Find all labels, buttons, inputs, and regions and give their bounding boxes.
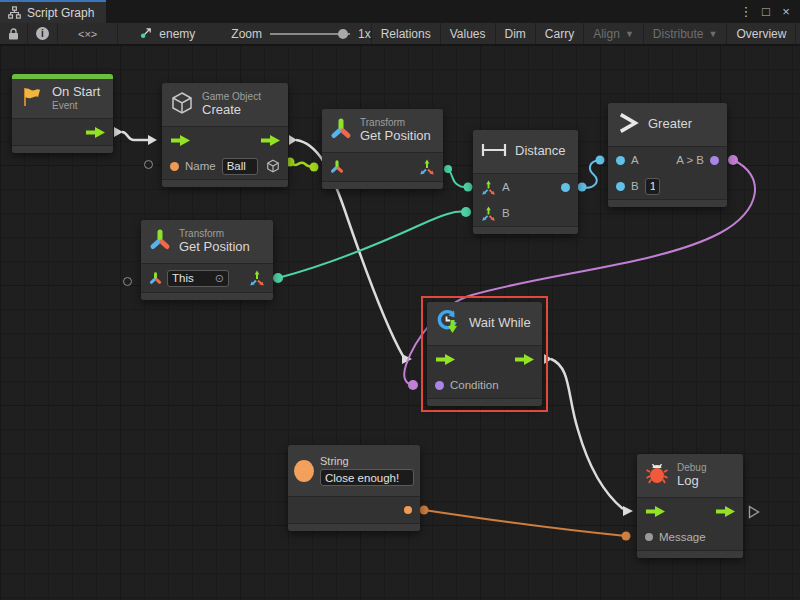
port-label-condition: Condition	[450, 379, 499, 391]
transform-in-port[interactable]	[330, 160, 344, 174]
code-view-toggle[interactable]: <×>	[58, 23, 118, 44]
node-title: Greater	[648, 117, 692, 132]
transform-icon	[330, 118, 352, 144]
unconnected-port-indicator	[123, 277, 132, 286]
close-icon[interactable]: ×	[778, 4, 794, 19]
position-out-port[interactable]	[419, 159, 435, 175]
overview-button[interactable]: Overview	[727, 23, 796, 44]
flow-out-port[interactable]	[260, 135, 280, 146]
distance-out-port[interactable]	[561, 183, 570, 192]
wire-distance-to-greater[interactable]	[578, 156, 605, 192]
node-title: On Start	[52, 85, 100, 100]
flow-out-port[interactable]	[85, 127, 105, 138]
wait-while-icon	[435, 309, 461, 339]
object-picker-icon[interactable]: ⊙	[215, 272, 224, 285]
chevron-down-icon: ▼	[625, 29, 634, 39]
zoom-value: 1x	[358, 27, 371, 41]
flow-in-port[interactable]	[435, 354, 455, 365]
dim-button[interactable]: Dim	[496, 23, 536, 44]
script-graph-asset-icon	[140, 26, 153, 42]
wire-getposition-to-distance-a[interactable]	[444, 165, 473, 192]
node-subtitle: Event	[52, 100, 100, 112]
wire-string-to-message[interactable]	[420, 506, 631, 541]
greater-b-in-port[interactable]	[616, 182, 625, 191]
wire-onstart-to-create[interactable]	[114, 127, 157, 145]
distribute-button: Distribute▼	[644, 23, 728, 44]
chevron-down-icon: ▼	[709, 29, 718, 39]
node-title: Create	[202, 103, 261, 118]
string-icon	[294, 460, 314, 482]
node-debug-log[interactable]: Debug Log Message	[637, 454, 743, 558]
unconnected-port-indicator	[144, 160, 153, 169]
lock-icon	[8, 28, 19, 40]
bug-icon	[645, 462, 669, 490]
node-string[interactable]: String	[288, 445, 420, 531]
string-input[interactable]	[320, 469, 414, 486]
values-button[interactable]: Values	[441, 23, 496, 44]
target-input[interactable]: This ⊙	[167, 270, 229, 287]
port-label-a: A	[502, 181, 510, 193]
node-title: Get Position	[179, 240, 250, 255]
align-button: Align▼	[584, 23, 644, 44]
script-graph-tab-icon	[8, 6, 21, 19]
string-out-port[interactable]	[404, 506, 412, 514]
position-out-port[interactable]	[249, 270, 265, 286]
wire-create-to-getposition[interactable]	[286, 158, 319, 172]
tab-script-graph[interactable]: Script Graph	[0, 0, 106, 23]
zoom-label: Zoom	[231, 27, 262, 41]
condition-in-port[interactable]	[435, 381, 444, 390]
vector3-port-icon	[481, 206, 496, 221]
distance-a-in-port[interactable]: A	[481, 180, 510, 195]
tab-title: Script Graph	[27, 6, 94, 20]
carry-button[interactable]: Carry	[536, 23, 584, 44]
name-input[interactable]	[222, 158, 258, 175]
window-menu-icon[interactable]: ⋮	[738, 4, 754, 19]
flow-in-port[interactable]	[645, 506, 665, 517]
flow-in-port[interactable]	[170, 135, 190, 146]
graph-canvas[interactable]: On Start Event Game Object Create	[0, 45, 800, 600]
transform-port-icon	[330, 160, 344, 174]
wire-getposition-to-distance-b[interactable]	[273, 207, 471, 283]
zoom-slider-knob[interactable]	[338, 29, 348, 39]
node-get-position-left[interactable]: Transform Get Position This ⊙	[141, 220, 273, 300]
vector3-port-icon	[481, 180, 496, 195]
cube-port-icon	[266, 159, 280, 173]
port-label-b: B	[502, 207, 510, 219]
port-label-b: B	[631, 180, 639, 192]
lock-button[interactable]	[0, 23, 28, 44]
port-label-message: Message	[659, 531, 706, 543]
node-wait-while[interactable]: Wait While Condition	[427, 302, 542, 406]
fullscreen-button[interactable]: Full Screen	[796, 23, 800, 44]
transform-icon	[149, 229, 171, 255]
node-subtitle: String	[320, 455, 414, 468]
node-on-start[interactable]: On Start Event	[12, 74, 113, 153]
distance-icon	[481, 143, 507, 161]
distance-b-in-port[interactable]: B	[481, 206, 510, 221]
greater-a-in-port[interactable]	[616, 156, 625, 165]
inspect-button[interactable]: i	[28, 23, 58, 44]
greater-out-port[interactable]	[710, 156, 719, 165]
unconnected-flow-indicator	[748, 505, 760, 519]
node-distance[interactable]: Distance A B	[473, 130, 578, 234]
node-title: Get Position	[360, 129, 431, 144]
flow-out-port[interactable]	[715, 506, 735, 517]
info-icon: i	[36, 27, 49, 40]
wire-waitwhile-to-log[interactable]	[544, 354, 633, 516]
port-label-a-greater-b: A > B	[676, 154, 704, 166]
greater-icon	[616, 111, 640, 139]
greater-b-input[interactable]	[645, 178, 660, 195]
node-greater[interactable]: Greater A A > B B	[608, 103, 727, 207]
node-title: Wait While	[469, 316, 531, 331]
node-get-position-top[interactable]: Transform Get Position	[322, 109, 443, 189]
gameobject-out-port[interactable]	[266, 159, 280, 173]
zoom-slider[interactable]	[270, 33, 350, 35]
maximize-icon[interactable]: □	[758, 4, 774, 19]
graph-toolbar: i <×> enemy Zoom 1x Relations Values Dim…	[0, 23, 800, 45]
name-value-port[interactable]	[170, 162, 179, 171]
message-in-port[interactable]	[645, 533, 653, 541]
relations-button[interactable]: Relations	[371, 23, 441, 44]
flag-icon	[20, 85, 44, 113]
flow-out-port[interactable]	[514, 354, 534, 365]
code-icon: <×>	[78, 28, 97, 40]
node-create-gameobject[interactable]: Game Object Create Name	[162, 83, 288, 187]
